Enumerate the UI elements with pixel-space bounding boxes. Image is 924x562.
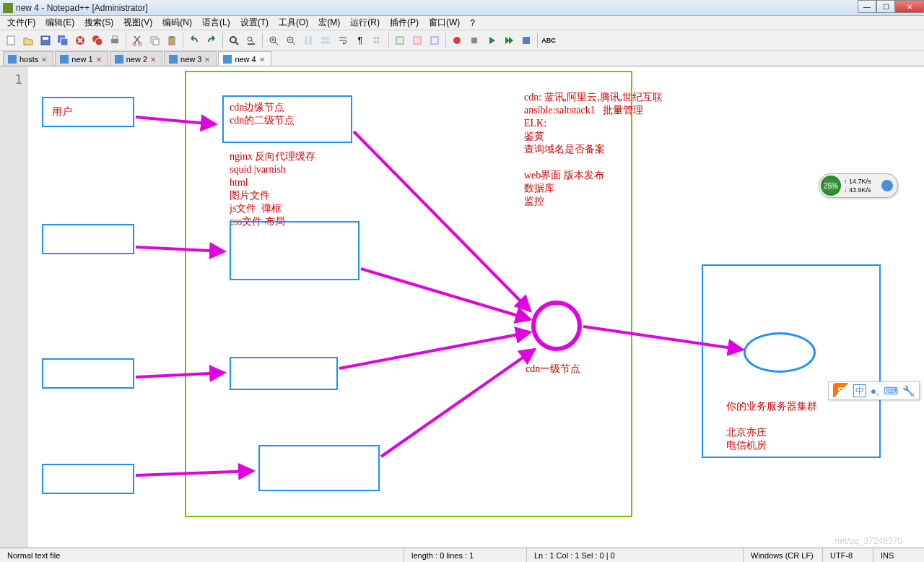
svg-rect-25 [414, 37, 421, 44]
tab-label: hosts [19, 55, 38, 64]
toolbar: ¶ ABC [0, 30, 924, 51]
file-tab-new2[interactable]: new 2✕ [110, 51, 162, 66]
close-button[interactable]: ✕ [895, 0, 924, 13]
sync-h-icon[interactable] [318, 33, 334, 48]
diagram-user-box-4 [42, 464, 134, 494]
diagram-edge-box-4 [258, 445, 380, 491]
menu-edit[interactable]: 编辑(E) [41, 15, 79, 30]
redo-icon[interactable] [204, 33, 219, 48]
copy-icon[interactable] [147, 33, 162, 48]
tab-label: new 4 [235, 55, 256, 64]
status-filetype: Normal text file [0, 548, 404, 562]
paste-icon[interactable] [164, 33, 180, 48]
ime-keyboard-icon[interactable]: ⌨ [884, 385, 898, 397]
file-tab-hosts[interactable]: hosts✕ [3, 51, 53, 66]
macro-save-icon[interactable] [518, 33, 534, 48]
menu-search[interactable]: 搜索(S) [80, 15, 118, 30]
diagram-user-box-3 [42, 358, 134, 389]
file-icon [223, 55, 232, 64]
file-icon [60, 55, 69, 64]
diagram-edge-box-2 [230, 221, 359, 280]
file-tab-new1[interactable]: new 1✕ [55, 51, 108, 66]
svg-rect-23 [321, 41, 330, 44]
close-all-icon[interactable] [90, 33, 105, 48]
macro-record-icon[interactable] [449, 33, 465, 48]
cut-icon[interactable] [129, 33, 145, 48]
ime-settings-icon[interactable]: 🔧 [902, 385, 915, 397]
macro-play-icon[interactable] [484, 33, 500, 48]
menu-language[interactable]: 语言(L) [198, 15, 235, 30]
line-number: 1 [0, 71, 22, 88]
ime-punct-icon[interactable]: ●, [871, 385, 879, 397]
ime-toolbar[interactable]: S 中 ●, ⌨ 🔧 [828, 381, 920, 400]
svg-rect-15 [170, 36, 173, 38]
new-file-icon[interactable] [3, 33, 19, 48]
print-icon[interactable] [107, 33, 123, 48]
editor-canvas[interactable]: 用户 cdn边缘节点 cdn的二级节点 nginx 反向代理缓存 squid |… [27, 66, 924, 548]
function-list-icon[interactable] [427, 33, 443, 48]
replace-icon[interactable] [243, 33, 259, 48]
diagram-proxy-text: nginx 反向代理缓存 squid |varnish html 图片文件 js… [230, 150, 315, 228]
svg-rect-26 [431, 37, 438, 44]
window-title: new 4 - Notepad++ [Administrator] [16, 3, 148, 13]
zoom-in-icon[interactable] [266, 33, 282, 48]
status-length: length : 0 lines : 1 [404, 548, 527, 562]
spellcheck-icon[interactable]: ABC [541, 33, 557, 48]
ime-lang-toggle[interactable]: 中 [853, 384, 866, 397]
svg-rect-0 [7, 36, 14, 45]
wordwrap-icon[interactable] [335, 33, 351, 48]
minimize-button[interactable]: — [858, 0, 876, 13]
menu-help[interactable]: ? [466, 17, 479, 30]
menu-macro[interactable]: 宏(M) [314, 15, 344, 30]
menu-settings[interactable]: 设置(T) [236, 15, 273, 30]
tab-close-icon[interactable]: ✕ [259, 56, 266, 63]
svg-point-16 [230, 37, 236, 43]
file-icon [8, 55, 17, 64]
file-tab-new3[interactable]: new 3✕ [164, 51, 217, 66]
menu-encoding[interactable]: 编码(N) [158, 15, 196, 30]
file-tab-new4[interactable]: new 4✕ [218, 51, 271, 66]
status-mode: INS [873, 548, 924, 562]
zoom-out-icon[interactable] [283, 33, 299, 48]
maximize-button[interactable]: ☐ [876, 0, 895, 13]
diagram-cluster-text: 你的业务服务器集群 北京亦庄 电信机房 [726, 400, 817, 452]
sync-v-icon[interactable] [300, 33, 316, 48]
indent-guide-icon[interactable] [370, 33, 385, 48]
svg-rect-2 [43, 37, 48, 40]
window-controls: — ☐ ✕ [858, 0, 924, 13]
macro-play-multi-icon[interactable] [501, 33, 517, 48]
doc-map-icon[interactable] [409, 33, 425, 48]
tab-close-icon[interactable]: ✕ [204, 56, 212, 63]
menu-file[interactable]: 文件(F) [3, 15, 40, 30]
svg-rect-24 [396, 37, 404, 44]
menu-tools[interactable]: 工具(O) [274, 15, 313, 30]
macro-stop-icon[interactable] [466, 33, 482, 48]
undo-icon[interactable] [186, 33, 202, 48]
status-eol: Windows (CR LF) [744, 548, 823, 562]
svg-rect-29 [523, 37, 530, 44]
close-file-icon[interactable] [72, 33, 88, 48]
cpu-percent-badge: 25% [821, 176, 841, 196]
network-speed-widget[interactable]: 25% 14.7K/s 43.9K/s [819, 173, 898, 198]
status-bar: Normal text file length : 0 lines : 1 Ln… [0, 548, 924, 562]
widget-expand-icon[interactable] [881, 180, 893, 191]
find-icon[interactable] [226, 33, 242, 48]
menu-plugins[interactable]: 插件(P) [385, 15, 423, 30]
menu-view[interactable]: 视图(V) [119, 15, 157, 30]
menu-run[interactable]: 运行(R) [346, 15, 384, 30]
menu-bar: 文件(F) 编辑(E) 搜索(S) 视图(V) 编码(N) 语言(L) 设置(T… [0, 16, 924, 30]
open-file-icon[interactable] [20, 33, 36, 48]
diagram-edge-box-3 [230, 357, 338, 390]
sogou-logo-icon[interactable]: S [833, 383, 849, 399]
folder-as-workspace-icon[interactable] [392, 33, 408, 48]
svg-point-27 [453, 37, 461, 44]
menu-window[interactable]: 窗口(W) [424, 15, 464, 30]
tab-close-icon[interactable]: ✕ [96, 56, 103, 63]
tab-close-icon[interactable]: ✕ [41, 56, 48, 63]
svg-rect-28 [471, 38, 477, 43]
file-icon [115, 55, 123, 64]
tab-close-icon[interactable]: ✕ [150, 56, 157, 63]
show-all-chars-icon[interactable]: ¶ [352, 33, 368, 48]
save-icon[interactable] [38, 33, 53, 48]
save-all-icon[interactable] [55, 33, 71, 48]
